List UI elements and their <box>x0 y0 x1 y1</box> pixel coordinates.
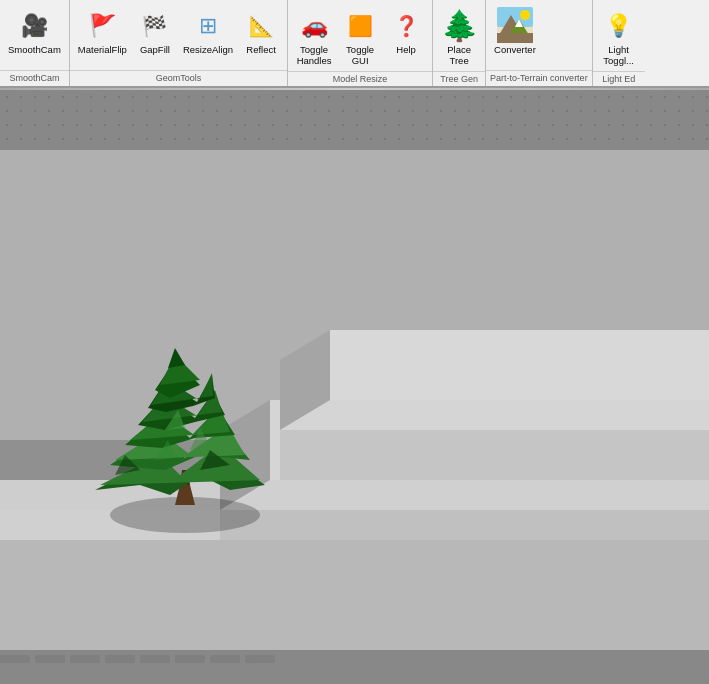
help-button[interactable]: Help <box>384 4 428 57</box>
help-icon <box>388 7 424 43</box>
svg-marker-17 <box>280 430 709 480</box>
group-converter-label: Part-to-Terrain converter <box>486 70 592 86</box>
togglegui-icon <box>342 7 378 43</box>
gapfill-icon <box>137 7 173 43</box>
materialflip-button[interactable]: MaterialFlip <box>74 4 131 57</box>
group-modelresize: ToggleHandles ToggleGUI Help Model Resiz… <box>288 0 433 86</box>
group-treegen-label: Tree Gen <box>433 71 485 87</box>
smoothcam-label: SmoothCam <box>8 44 61 55</box>
svg-rect-25 <box>175 655 205 663</box>
reflect-button[interactable]: Reflect <box>239 4 283 57</box>
lighttoggle-label: LightToggl... <box>603 44 634 67</box>
svg-rect-26 <box>210 655 240 663</box>
smoothcam-button[interactable]: SmoothCam <box>4 4 65 57</box>
togglehandles-label: ToggleHandles <box>297 44 332 67</box>
svg-marker-15 <box>330 330 709 400</box>
converter-icon <box>497 7 533 43</box>
scene-svg <box>0 90 709 684</box>
materialflip-icon <box>84 7 120 43</box>
togglegui-label: ToggleGUI <box>346 44 374 67</box>
group-converter-items: Converter <box>486 2 592 70</box>
group-modelresize-label: Model Resize <box>288 71 432 87</box>
svg-rect-5 <box>497 33 533 43</box>
group-geomtools-label: GeomTools <box>70 70 287 86</box>
gapfill-button[interactable]: GapFill <box>133 4 177 57</box>
group-smoothcam-items: SmoothCam <box>0 2 69 70</box>
togglegui-button[interactable]: ToggleGUI <box>338 4 382 69</box>
svg-rect-23 <box>105 655 135 663</box>
reflect-icon <box>243 7 279 43</box>
group-geomtools: MaterialFlip GapFill ResizeAlign Reflect… <box>70 0 288 86</box>
group-lighteditor: LightToggl... Light Ed <box>593 0 645 86</box>
gapfill-label: GapFill <box>140 44 170 55</box>
resizealign-label: ResizeAlign <box>183 44 233 55</box>
svg-rect-20 <box>0 655 30 663</box>
group-smoothcam: SmoothCam SmoothCam <box>0 0 70 86</box>
reflect-label: Reflect <box>246 44 276 55</box>
svg-rect-22 <box>70 655 100 663</box>
group-treegen: 🌲 PlaceTree Tree Gen <box>433 0 486 86</box>
svg-rect-24 <box>140 655 170 663</box>
svg-rect-21 <box>35 655 65 663</box>
svg-rect-27 <box>245 655 275 663</box>
viewport <box>0 90 709 684</box>
toolbar: SmoothCam SmoothCam MaterialFlip GapFill… <box>0 0 709 88</box>
group-treegen-items: 🌲 PlaceTree <box>433 2 485 71</box>
placetree-label: PlaceTree <box>447 44 471 67</box>
svg-point-6 <box>520 10 530 20</box>
svg-marker-14 <box>220 510 709 540</box>
group-geomtools-items: MaterialFlip GapFill ResizeAlign Reflect <box>70 2 287 70</box>
togglehandles-icon <box>296 7 332 43</box>
lighttoggle-button[interactable]: LightToggl... <box>597 4 641 69</box>
group-converter: Converter Part-to-Terrain converter <box>486 0 593 86</box>
lighttoggle-icon <box>601 7 637 43</box>
togglehandles-button[interactable]: ToggleHandles <box>292 4 336 69</box>
help-label: Help <box>396 44 416 55</box>
svg-rect-19 <box>0 650 709 684</box>
group-lighteditor-items: LightToggl... <box>593 2 645 71</box>
placetree-icon: 🌲 <box>441 7 477 43</box>
converter-label: Converter <box>494 44 536 55</box>
smoothcam-icon <box>16 7 52 43</box>
placetree-button[interactable]: 🌲 PlaceTree <box>437 4 481 69</box>
materialflip-label: MaterialFlip <box>78 44 127 55</box>
converter-button[interactable]: Converter <box>490 4 540 57</box>
resizealign-button[interactable]: ResizeAlign <box>179 4 237 57</box>
group-lighteditor-label: Light Ed <box>593 71 645 87</box>
group-smoothcam-label: SmoothCam <box>0 70 69 86</box>
group-modelresize-items: ToggleHandles ToggleGUI Help <box>288 2 432 71</box>
resizealign-icon <box>190 7 226 43</box>
